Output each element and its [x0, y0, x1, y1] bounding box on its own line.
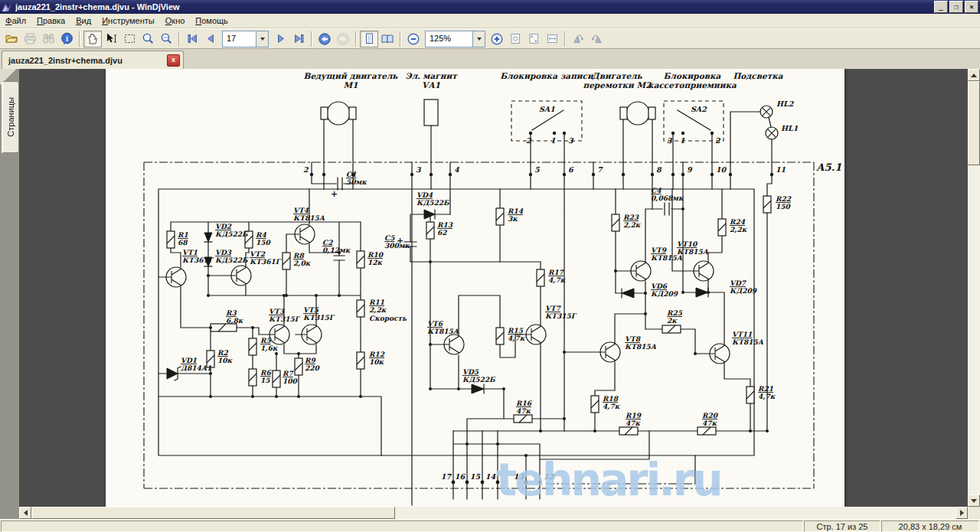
status-page-panel: Стр. 17 из 25 — [804, 521, 880, 532]
app-icon — [2, 2, 12, 12]
horizontal-scrollbar[interactable] — [19, 507, 968, 519]
scroll-up-button[interactable] — [968, 69, 980, 81]
zoom-tool-button[interactable] — [139, 31, 157, 47]
document-tab[interactable]: jauza221_2instr+chema.djvu x — [2, 51, 184, 69]
rotate-right-button[interactable] — [587, 31, 606, 47]
vertical-scroll-thumb[interactable] — [968, 81, 980, 165]
menu-bar: Файл Правка Вид Инструменты Окно Помощь — [0, 14, 980, 28]
zoom-dropdown[interactable] — [472, 31, 485, 47]
fit-width-button[interactable] — [543, 31, 561, 47]
svg-text:R7: R7 — [283, 370, 294, 377]
info-icon: i — [60, 32, 74, 45]
forward-button[interactable] — [334, 31, 352, 47]
svg-text:6: 6 — [568, 165, 574, 174]
document-area[interactable]: Ведущий двигатель М1 Эл. магнит VА1 Блок… — [0, 69, 980, 507]
svg-text:2: 2 — [303, 165, 309, 174]
tab-close-button[interactable]: x — [167, 54, 180, 67]
back-icon — [318, 32, 332, 46]
svg-text:1: 1 — [550, 136, 556, 145]
svg-text:0,068мк: 0,068мк — [651, 194, 684, 202]
svg-text:VD3: VD3 — [215, 249, 232, 256]
open-folder-icon — [5, 32, 18, 45]
facing-pages-icon — [381, 32, 394, 45]
search-button[interactable] — [39, 31, 57, 47]
svg-text:7: 7 — [597, 165, 603, 174]
back-button[interactable] — [315, 31, 334, 47]
svg-text:VT4: VT4 — [293, 207, 309, 214]
page-number-dropdown[interactable] — [256, 31, 268, 47]
svg-text:R2: R2 — [217, 349, 228, 357]
previous-page-button[interactable] — [201, 31, 220, 47]
menu-file[interactable]: Файл — [0, 15, 31, 27]
svg-text:КД522Б: КД522Б — [215, 256, 249, 264]
single-page-layout-button[interactable] — [360, 31, 378, 47]
zoom-select-tool-button[interactable] — [157, 31, 175, 47]
svg-text:VT7: VT7 — [545, 305, 562, 312]
svg-text:VT9: VT9 — [651, 246, 667, 254]
menu-view[interactable]: Вид — [70, 15, 96, 27]
svg-text:КД522Б: КД522Б — [416, 199, 450, 207]
svg-text:А5.1: А5.1 — [816, 162, 841, 173]
last-page-icon — [292, 32, 305, 45]
svg-text:R16: R16 — [516, 400, 533, 407]
menu-edit[interactable]: Правка — [31, 15, 70, 27]
horizontal-scroll-thumb[interactable] — [31, 507, 395, 519]
fit-page-button[interactable] — [524, 31, 543, 47]
svg-text:15: 15 — [260, 377, 270, 384]
first-page-button[interactable] — [183, 31, 201, 47]
svg-text:10: 10 — [716, 165, 727, 174]
last-page-button[interactable] — [289, 31, 308, 47]
svg-text:VT5: VT5 — [303, 306, 319, 314]
document-page[interactable]: Ведущий двигатель М1 Эл. магнит VА1 Блок… — [106, 69, 844, 507]
svg-text:VD4: VD4 — [416, 191, 433, 199]
toolbar-separator — [564, 31, 566, 47]
zoom-out-button[interactable] — [404, 31, 423, 47]
svg-text:Двигатель: Двигатель — [592, 71, 642, 80]
pages-panel-tab[interactable]: Страницы — [2, 81, 19, 153]
rotate-left-button[interactable] — [569, 31, 587, 47]
svg-text:16: 16 — [455, 472, 466, 481]
select-tool-button[interactable] — [102, 31, 120, 47]
scroll-down-button[interactable] — [968, 494, 980, 507]
menu-window[interactable]: Окно — [160, 15, 191, 27]
menu-tools[interactable]: Инструменты — [96, 15, 160, 27]
scroll-right-button[interactable] — [956, 507, 968, 519]
restore-button[interactable]: ❐ — [949, 1, 963, 13]
title-bar[interactable]: jauza221_2instr+chema.djvu - WinDjView _… — [0, 0, 980, 14]
facing-pages-layout-button[interactable] — [378, 31, 397, 47]
page-number-combo[interactable]: 17 — [222, 31, 269, 47]
minimize-button[interactable]: _ — [934, 1, 948, 13]
forward-icon — [336, 32, 350, 46]
zoom-combo[interactable]: 125% — [425, 31, 485, 47]
scroll-left-button[interactable] — [19, 507, 31, 519]
rect-select-tool-button[interactable] — [120, 31, 139, 47]
binoculars-icon — [42, 32, 55, 45]
next-page-button[interactable] — [271, 31, 289, 47]
svg-text:10к: 10к — [217, 357, 234, 364]
page-number-value[interactable]: 17 — [223, 31, 256, 47]
svg-text:6,8к: 6,8к — [226, 317, 244, 325]
svg-text:М1: М1 — [344, 80, 358, 90]
svg-text:4,7к: 4,7к — [508, 335, 526, 342]
status-bar: Стр. 17 из 25 20,83 x 18,29 см — [0, 519, 980, 532]
menu-help[interactable]: Помощь — [190, 15, 234, 27]
zoom-in-button[interactable] — [488, 31, 506, 47]
open-button[interactable] — [2, 31, 21, 47]
fit-page-icon — [528, 32, 541, 45]
svg-text:КТ315Г: КТ315Г — [269, 315, 301, 323]
zoom-value[interactable]: 125% — [426, 31, 472, 47]
svg-text:КД209: КД209 — [730, 287, 757, 295]
svg-text:220: 220 — [305, 364, 321, 372]
svg-text:КТ815А: КТ815А — [625, 343, 657, 351]
print-button[interactable] — [21, 31, 39, 47]
close-button[interactable]: × — [965, 1, 978, 13]
svg-text:SA1: SA1 — [539, 105, 555, 113]
vertical-scrollbar[interactable] — [968, 69, 980, 507]
pan-tool-button[interactable] — [83, 31, 102, 47]
svg-text:R6: R6 — [260, 369, 272, 377]
svg-text:R8: R8 — [293, 252, 305, 259]
actual-size-button[interactable] — [506, 31, 524, 47]
svg-text:КТ361Г: КТ361Г — [182, 256, 214, 264]
svg-text:150: 150 — [776, 203, 792, 211]
info-button[interactable]: i — [57, 31, 76, 47]
